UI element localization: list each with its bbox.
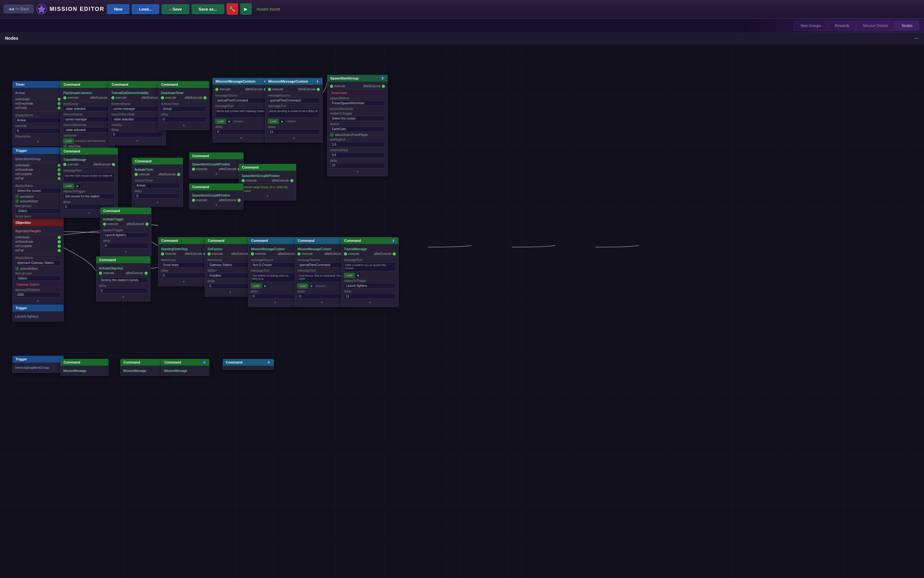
back-button[interactable]: ◀◀ << Back — [4, 5, 34, 13]
mc3-expand[interactable]: ▼ — [251, 300, 299, 305]
obj-fail-port[interactable] — [58, 249, 61, 252]
deact-expand[interactable]: ▼ — [161, 123, 207, 128]
mc3-source-input[interactable] — [251, 262, 299, 268]
mc4-delay-input[interactable] — [298, 294, 346, 299]
cutscene-load-btn[interactable]: Load — [63, 138, 74, 143]
acttimer-execute-port[interactable] — [134, 173, 138, 176]
spawn-expand[interactable]: ▼ — [330, 169, 385, 174]
acttimer-after-port[interactable] — [177, 173, 180, 176]
deact-execute-port[interactable] — [161, 96, 164, 99]
msg2-source-input[interactable] — [268, 98, 320, 103]
vis-execute-port[interactable] — [112, 96, 115, 99]
mc3-play-btn[interactable]: ▶ — [262, 283, 268, 288]
obj-expand[interactable]: ▼ — [15, 299, 61, 303]
obj-item-groups-select[interactable]: -Select- — [15, 276, 61, 281]
tmsg2-play-btn[interactable]: ▶ — [356, 273, 361, 278]
mc4-execute-port[interactable] — [298, 252, 301, 255]
sf-item-group-select[interactable]: Gateway Station — [207, 262, 253, 268]
sp3-after-port[interactable] — [238, 199, 241, 202]
obj-active-checkbox[interactable]: ✓ — [15, 267, 19, 270]
persistent-checkbox[interactable] — [15, 195, 19, 198]
deact-delay-input[interactable] — [161, 117, 207, 122]
msg1-source-input[interactable] — [215, 98, 267, 103]
obj-deactivate-port[interactable] — [58, 240, 61, 244]
spawn-faction-select[interactable]: EarthGate — [330, 126, 385, 132]
tmsg2-delay-input[interactable] — [344, 294, 396, 299]
sf-delay-input[interactable] — [207, 283, 253, 289]
tab-nodes[interactable]: Nodes — [895, 21, 919, 31]
spawn-start-hull-input[interactable] — [330, 142, 385, 147]
vis-element-name-input[interactable] — [112, 106, 163, 112]
msg1-load-btn[interactable]: Load — [215, 119, 226, 124]
tmsg2-expand[interactable]: ▼ — [344, 300, 396, 305]
deact-after-port[interactable] — [204, 96, 207, 99]
tab-rewards[interactable]: Rewards — [828, 21, 856, 31]
nodes-close-button[interactable]: — — [914, 36, 919, 41]
actobj-delay-input[interactable] — [99, 288, 148, 293]
actobj-objective-select[interactable]: Destroy the station's turrets — [99, 278, 148, 283]
actobj-execute-port[interactable] — [99, 272, 102, 275]
so-expand[interactable]: ▼ — [161, 279, 207, 284]
save-as-button[interactable]: Save as... — [192, 4, 224, 14]
acttimer-expand[interactable]: ▼ — [134, 200, 180, 205]
sp2-after-port[interactable] — [290, 179, 293, 182]
trigger-item-groups-select[interactable]: -Select- — [15, 208, 61, 214]
obj-activate-port[interactable] — [58, 236, 61, 239]
load-button[interactable]: Load... — [132, 4, 159, 14]
play-button[interactable]: ▶ — [240, 3, 252, 15]
save-button[interactable]: Save — [162, 4, 189, 14]
sf-faction-select[interactable]: Invaders — [207, 273, 253, 278]
deact-timer-select[interactable]: Arrival — [161, 106, 207, 112]
mc4-play-btn[interactable]: ▶ — [309, 283, 315, 288]
msg1-delay-input[interactable] — [215, 129, 267, 135]
seconds-input[interactable] — [15, 128, 61, 133]
tab-mission-details[interactable]: Mission Details — [857, 21, 895, 31]
sp2-expand[interactable]: ▼ — [242, 194, 293, 198]
sf-execute-port[interactable] — [207, 252, 210, 255]
vis-wormhole-select[interactable]: -state selected- — [112, 117, 163, 122]
msg2-expand[interactable]: ▼ — [268, 136, 320, 140]
acttimer-delay-input[interactable] — [134, 193, 180, 199]
tmsg1-trigger-select[interactable]: Set course for the station — [63, 194, 115, 199]
new-button[interactable]: New — [107, 4, 129, 14]
acttrig-execute-port[interactable] — [103, 222, 106, 226]
acttrig-expand[interactable]: ▼ — [103, 250, 149, 254]
sp3-expand[interactable]: ▼ — [192, 203, 241, 207]
node-canvas[interactable]: Timer Arrival onActivate onDeactivate — [0, 45, 924, 578]
vis-expand[interactable]: ▼ — [112, 138, 163, 143]
trigger-display-name-input[interactable] — [15, 188, 61, 193]
msg1-execute-port[interactable] — [215, 88, 218, 91]
spawn-method-select[interactable]: PresetSpawnWormhole — [330, 101, 385, 106]
msg2-after-port[interactable] — [317, 88, 320, 91]
acttrig-delay-input[interactable] — [103, 243, 149, 248]
timer-expand[interactable]: ▼ — [15, 140, 61, 144]
so-delay-input[interactable] — [161, 273, 207, 278]
tmsg1-after-port[interactable] — [112, 163, 115, 166]
acttrig-after-port[interactable] — [146, 222, 149, 226]
cutscene-execute-port[interactable] — [63, 96, 66, 99]
msg1-play-btn[interactable]: ▶ — [227, 119, 233, 124]
acttrig-trigger-select[interactable]: Launch fighters — [103, 232, 149, 238]
spawn-trigger-select[interactable]: Select the cruiser — [330, 116, 385, 121]
tmsg2-execute-port[interactable] — [344, 252, 347, 255]
actobj-after-port[interactable] — [144, 272, 148, 275]
sp1-execute-port[interactable] — [192, 167, 195, 171]
spawn-min-hull-input[interactable] — [330, 153, 385, 158]
tmsg2-after-port[interactable] — [393, 252, 396, 255]
tab-item-groups[interactable]: Item Groups — [794, 21, 827, 31]
mc4-expand[interactable]: ▼ — [298, 300, 346, 305]
obj-distance-input[interactable] — [15, 292, 61, 297]
msg2-play-btn[interactable]: ▶ — [280, 119, 285, 124]
mc3-execute-port[interactable] — [251, 252, 254, 255]
spawn-delay-input[interactable] — [330, 163, 385, 168]
spawn-after-port[interactable] — [382, 85, 385, 88]
tmsg1-execute-port[interactable] — [63, 163, 66, 166]
tmsg1-load-btn[interactable]: Load — [63, 183, 74, 188]
mc3-load-btn[interactable]: Load — [251, 283, 262, 288]
so-item-group-select[interactable]: Scout team — [161, 262, 207, 268]
msg2-delay-input[interactable] — [268, 129, 320, 135]
cutscene-item-group-select[interactable]: -state selected- — [63, 106, 112, 112]
msg2-execute-port[interactable] — [268, 88, 271, 91]
sf-expand[interactable]: ▼ — [207, 290, 253, 295]
msg2-load-btn[interactable]: Load — [268, 119, 278, 124]
